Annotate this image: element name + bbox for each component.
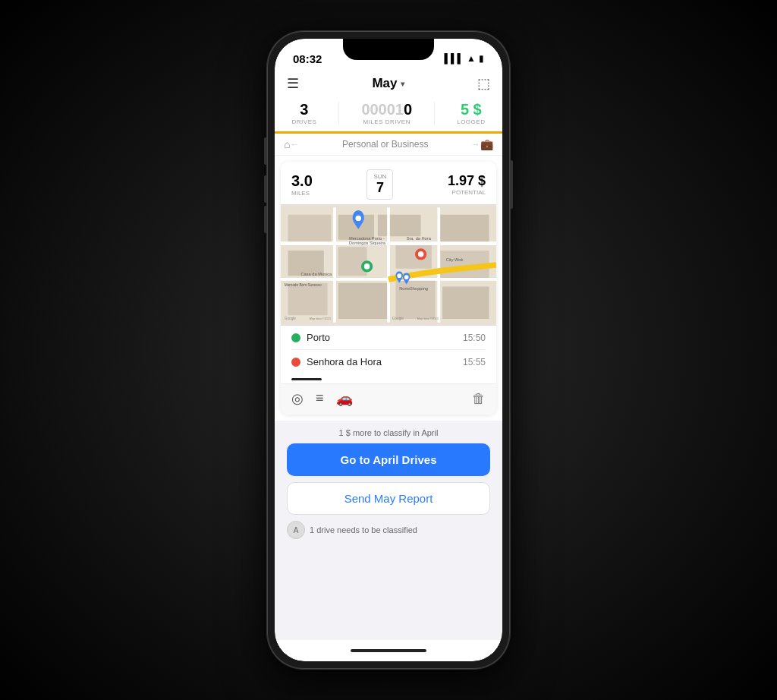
current-month: May [372,76,397,91]
signal-icon: ▌▌▌ [445,53,464,64]
logged-value: 5 $ [461,101,482,118]
drives-label: DRIVES [292,118,317,125]
location-pin-icon[interactable]: ◎ [291,390,304,407]
drive-date-box: SUN 7 [366,169,393,200]
logged-stat: 5 $ LOGGED [457,101,485,125]
briefcase-icon: 💼 [480,138,493,150]
drives-stat: 3 DRIVES [292,101,317,125]
drive-miles-value: 3.0 [291,172,313,190]
app-header: ☰ May ▾ ⬚ [275,72,502,98]
svg-text:Google: Google [392,317,404,320]
stat-divider-2 [434,102,435,125]
status-time: 08:32 [293,52,322,65]
svg-rect-1 [288,215,331,244]
hamburger-icon[interactable]: ☰ [287,75,299,92]
classify-notice: 1 $ more to classify in April [339,428,439,437]
miles-zeros: 00001 [361,101,404,118]
left-arrow: ← [290,139,299,150]
svg-rect-11 [395,279,435,319]
phone-notch [343,39,434,60]
miles-num: 0 [404,101,412,118]
phone-frame: 08:32 ▌▌▌ ▲ ▮ ☰ May ▾ ⬚ 3 [267,31,510,669]
route-bar[interactable]: ⌂ ← Personal or Business → 💼 [275,134,502,156]
drive-potential-value: 1.97 $ [448,173,486,189]
bottom-notice: A 1 drive needs to be classified [287,521,490,539]
svg-text:Sra. da Hora: Sra. da Hora [407,236,432,241]
drive-miles-label: MILES [291,190,313,197]
svg-rect-3 [288,283,327,316]
drive-notice-text: 1 drive needs to be classified [310,525,417,534]
svg-text:Map data ©2023: Map data ©2023 [310,317,331,320]
action-icons: ◎ ≡ 🚗 🗑 [281,383,496,415]
month-selector[interactable]: May ▾ [372,76,404,91]
start-location-time: 15:50 [463,333,486,343]
svg-text:Map data ©2023: Map data ©2023 [417,317,439,320]
svg-point-23 [397,273,401,278]
map-area: Mercadona Porto - Domingos Siqueira Casa… [281,204,496,326]
send-may-report-button[interactable]: Send May Report [287,482,490,515]
end-location-name: Senhora da Hora [307,356,463,367]
screen: 08:32 ▌▌▌ ▲ ▮ ☰ May ▾ ⬚ 3 [275,39,502,661]
svg-rect-6 [378,215,421,236]
start-dot [291,333,300,342]
svg-text:City Wok: City Wok [446,257,464,262]
avatar: A [287,521,305,539]
drive-potential: 1.97 $ POTENTIAL [448,173,486,196]
action-icon-group: ◎ ≡ 🚗 [291,390,353,407]
home-icon: ⌂ [284,138,290,150]
progress-bar-container [281,374,496,383]
drive-miles: 3.0 MILES [291,172,313,197]
svg-point-19 [364,263,370,270]
miles-stat: 00001 0 MILES DRIVEN [361,101,412,125]
miles-value-display: 00001 0 [361,101,412,118]
location-entries: Porto 15:50 Senhora da Hora 15:55 [281,326,496,374]
drive-date-day: SUN [373,173,386,180]
home-indicator [351,649,426,652]
svg-text:Mercado Bom Sucesso: Mercado Bom Sucesso [285,283,322,287]
svg-rect-5 [338,247,367,276]
go-to-april-drives-button[interactable]: Go to April Drives [287,443,490,476]
phone-inner: 08:32 ▌▌▌ ▲ ▮ ☰ May ▾ ⬚ 3 [275,39,502,661]
end-dot [291,358,300,367]
drives-value: 3 [300,101,308,118]
end-location-time: 15:55 [463,357,486,367]
stats-row: 3 DRIVES 00001 0 MILES DRIVEN 5 $ LOGGED [275,98,502,134]
drive-card-header: 3.0 MILES SUN 7 1.97 $ POTENTIAL [281,162,496,204]
drive-potential-label: POTENTIAL [452,189,486,196]
svg-text:Domingos Siqueira: Domingos Siqueira [349,241,386,245]
dropdown-arrow: ▾ [401,80,404,88]
document-icon[interactable]: ≡ [316,390,324,407]
route-label: Personal or Business [299,139,471,150]
logged-label: LOGGED [457,118,485,125]
svg-text:Mercadona Porto -: Mercadona Porto - [349,236,385,241]
car-icon[interactable]: 🚗 [336,390,353,407]
progress-track [291,378,322,380]
home-bar [275,640,502,661]
chart-icon[interactable]: ⬚ [477,75,490,92]
stat-divider-1 [338,102,339,125]
svg-text:NorteShopping: NorteShopping [399,286,428,291]
status-icons: ▌▌▌ ▲ ▮ [445,53,484,64]
location-entry-end: Senhora da Hora 15:55 [291,350,486,374]
drive-date-num: 7 [373,180,386,196]
svg-point-24 [404,275,409,279]
battery-icon: ▮ [479,53,484,64]
svg-text:Google: Google [285,317,297,320]
svg-text:Casa da Musica: Casa da Musica [301,272,333,276]
start-location-name: Porto [307,332,463,343]
right-arrow: → [471,139,480,150]
svg-rect-8 [439,215,489,244]
miles-label: MILES DRIVEN [363,118,411,125]
delete-icon[interactable]: 🗑 [472,391,486,407]
map-background: Mercadona Porto - Domingos Siqueira Casa… [281,204,496,326]
svg-point-22 [355,216,361,222]
location-entry-start: Porto 15:50 [291,326,486,350]
bottom-section: 1 $ more to classify in April Go to Apri… [275,421,502,640]
drive-card: 3.0 MILES SUN 7 1.97 $ POTENTIAL [281,162,496,415]
wifi-icon: ▲ [467,53,476,64]
svg-rect-12 [442,286,489,319]
svg-rect-10 [338,283,388,319]
svg-point-21 [418,251,424,257]
